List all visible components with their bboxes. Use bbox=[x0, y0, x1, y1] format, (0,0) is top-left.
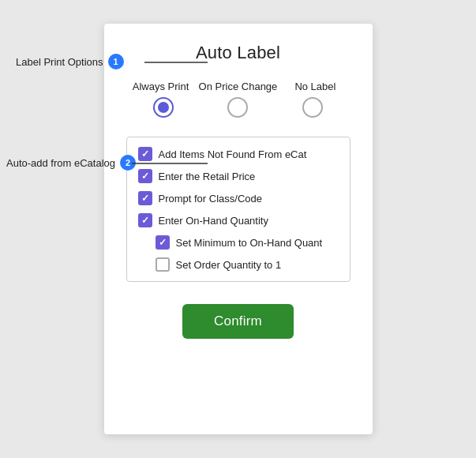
checkbox-enter-onhand-label: Enter On-Hand Quantity bbox=[159, 215, 268, 227]
checkmark-icon: ✓ bbox=[141, 216, 149, 225]
radio-col-always-print: Always Print bbox=[129, 81, 193, 92]
checkbox-enter-onhand: ✓ Enter On-Hand Quantity bbox=[138, 213, 339, 227]
checkbox-set-minimum: ✓ Set Minimum to On-Hand Quant bbox=[138, 235, 339, 250]
checkbox-group: ✓ Add Items Not Found From eCat ✓ Enter … bbox=[126, 137, 350, 282]
checkmark-icon: ✓ bbox=[159, 238, 167, 247]
checkbox-add-items-label: Add Items Not Found From eCat bbox=[159, 148, 307, 160]
checkbox-enter-retail-label: Enter the Retail Price bbox=[159, 171, 256, 182]
auto-add-annotation-text: Auto-add from eCatalog bbox=[6, 157, 115, 169]
radio-col-on-price-change: On Price Change bbox=[199, 81, 278, 92]
radio-col-no-label: No Label bbox=[283, 81, 347, 92]
checkbox-set-minimum-input[interactable]: ✓ bbox=[156, 235, 170, 250]
on-price-change-label: On Price Change bbox=[199, 81, 278, 92]
checkbox-enter-onhand-input[interactable]: ✓ bbox=[138, 213, 152, 227]
radio-on-price-change-input[interactable] bbox=[227, 97, 248, 118]
radio-label-row: Always Print On Price Change No Label bbox=[126, 81, 350, 92]
main-card: Auto Label Always Print On Price Change … bbox=[104, 24, 373, 434]
radio-no-label bbox=[281, 97, 344, 118]
radio-always-print-input[interactable] bbox=[153, 97, 174, 118]
checkbox-set-order-label: Set Order Quantity to 1 bbox=[176, 259, 282, 271]
checkbox-set-order: Set Order Quantity to 1 bbox=[138, 257, 339, 272]
checkbox-enter-retail-input[interactable]: ✓ bbox=[138, 169, 152, 183]
page-container: Auto Label Always Print On Price Change … bbox=[0, 0, 476, 458]
label-print-annotation-text: Label Print Options bbox=[16, 56, 103, 68]
radio-on-price-change bbox=[206, 97, 269, 118]
checkbox-add-items-input[interactable]: ✓ bbox=[138, 147, 152, 161]
radio-button-row bbox=[126, 97, 350, 118]
card-title: Auto Label bbox=[196, 43, 280, 63]
checkbox-enter-retail: ✓ Enter the Retail Price bbox=[138, 169, 339, 183]
radio-always-print bbox=[132, 97, 195, 118]
checkbox-prompt-class-input[interactable]: ✓ bbox=[138, 191, 152, 205]
radio-no-label-input[interactable] bbox=[302, 97, 323, 118]
no-label-label: No Label bbox=[294, 81, 335, 92]
checkmark-icon: ✓ bbox=[141, 171, 149, 181]
confirm-button[interactable]: Confirm bbox=[182, 304, 294, 339]
checkbox-set-minimum-label: Set Minimum to On-Hand Quant bbox=[176, 237, 323, 249]
checkbox-prompt-class-label: Prompt for Class/Code bbox=[159, 193, 263, 205]
always-print-label: Always Print bbox=[133, 81, 189, 92]
checkbox-add-items: ✓ Add Items Not Found From eCat bbox=[138, 147, 339, 161]
checkbox-prompt-class: ✓ Prompt for Class/Code bbox=[138, 191, 339, 205]
checkmark-icon: ✓ bbox=[141, 149, 149, 159]
checkmark-icon: ✓ bbox=[141, 193, 149, 203]
checkbox-set-order-input[interactable] bbox=[156, 257, 170, 272]
